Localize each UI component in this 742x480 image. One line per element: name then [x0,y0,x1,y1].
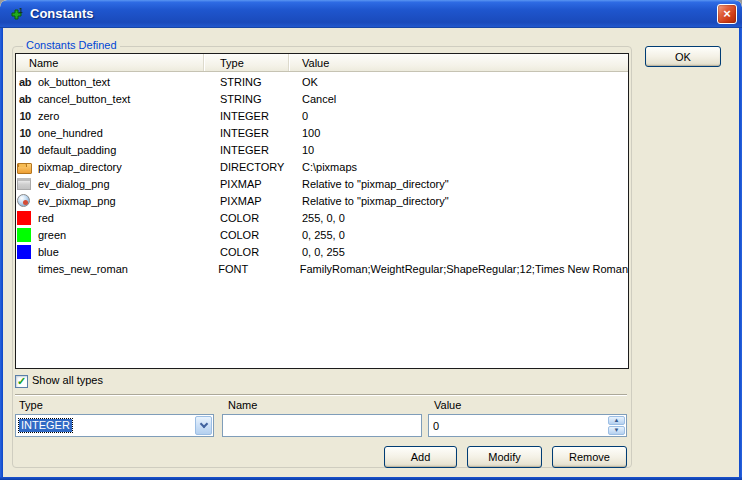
constant-value: 0, 0, 255 [289,246,628,258]
constant-name: cancel_button_text [38,93,130,105]
table-row[interactable]: ev_dialog_pngPIXMAPRelative to "pixmap_d… [16,175,628,192]
constant-name: times_new_roman [38,263,128,275]
list-header: Name Type Value [16,54,628,72]
constant-type: INTEGER [204,127,289,139]
constants-dialog: 1 Constants × OK Constants Defined Name … [0,0,742,480]
table-body: abok_button_textSTRINGOKabcancel_button_… [16,73,628,368]
app-icon: 1 [8,6,24,22]
constant-value: OK [289,76,628,88]
table-row[interactable]: abok_button_textSTRINGOK [16,73,628,90]
integer-icon: 10 [17,125,33,141]
constant-value: Relative to "pixmap_directory" [289,195,628,207]
folder-icon [17,163,32,174]
string-icon: ab [17,91,33,107]
color-swatch-icon [17,245,31,259]
constant-type: FONT [202,263,286,275]
value-spinbox[interactable]: ▲ ▼ [428,414,627,437]
dialog-pixmap-icon [17,178,31,190]
constant-value: FamilyRoman;WeightRegular;ShapeRegular;1… [287,263,628,275]
separator-line [15,394,627,396]
constant-name: pixmap_directory [38,161,122,173]
constants-list[interactable]: Name Type Value abok_button_textSTRINGOK… [15,53,629,369]
constant-type: PIXMAP [204,195,289,207]
integer-icon: 10 [17,108,33,124]
value-input[interactable] [429,415,605,436]
groupbox-label: Constants Defined [23,39,120,51]
window-border-left [0,28,3,480]
value-label: Value [434,399,461,411]
constant-name: blue [38,246,59,258]
chevron-down-icon[interactable] [195,416,212,435]
show-all-types-checkbox[interactable]: ✓ [15,375,28,388]
constant-type: INTEGER [204,110,289,122]
constant-name: red [38,212,54,224]
ok-button[interactable]: OK [645,46,721,67]
constant-type: STRING [204,76,289,88]
column-header-name[interactable]: Name [16,54,204,71]
constant-type: COLOR [204,246,289,258]
pixmap-icon [17,194,30,207]
table-row[interactable]: ev_pixmap_pngPIXMAPRelative to "pixmap_d… [16,192,628,209]
constant-value: 100 [289,127,628,139]
constant-type: DIRECTORY [204,161,289,173]
constant-value: C:\pixmaps [289,161,628,173]
remove-button[interactable]: Remove [552,446,627,468]
constant-name: one_hundred [38,127,103,139]
constant-type: INTEGER [204,144,289,156]
column-header-type[interactable]: Type [204,54,289,71]
constant-value: Relative to "pixmap_directory" [289,178,628,190]
constants-defined-group: Constants Defined Name Type Value abok_b… [12,46,632,468]
constant-type: COLOR [204,229,289,241]
constant-type: STRING [204,93,289,105]
integer-icon: 10 [17,142,33,158]
table-row[interactable]: times_new_romanFONTFamilyRoman;WeightReg… [16,260,628,277]
window-title: Constants [30,0,94,27]
table-row[interactable]: 10zeroINTEGER0 [16,107,628,124]
type-label: Type [19,399,43,411]
constant-type: PIXMAP [204,178,289,190]
constant-name: ok_button_text [38,76,110,88]
type-combobox-selected: INTEGER [19,419,72,432]
name-input[interactable] [222,414,422,437]
constant-value: 10 [289,144,628,156]
constant-name: zero [38,110,59,122]
titlebar[interactable]: 1 Constants × [0,0,742,28]
close-icon[interactable]: × [717,4,737,24]
table-row[interactable]: blueCOLOR0, 0, 255 [16,243,628,260]
column-header-value[interactable]: Value [289,54,628,71]
constant-name: ev_pixmap_png [38,195,116,207]
table-row[interactable]: 10default_paddingINTEGER10 [16,141,628,158]
spin-up-icon[interactable]: ▲ [608,416,625,425]
color-swatch-icon [17,211,31,225]
color-swatch-icon [17,228,31,242]
type-combobox[interactable]: INTEGER [15,414,214,437]
table-row[interactable]: abcancel_button_textSTRINGCancel [16,90,628,107]
string-icon: ab [17,74,33,90]
table-row[interactable]: greenCOLOR0, 255, 0 [16,226,628,243]
constant-name: default_padding [38,144,116,156]
constant-value: 0 [289,110,628,122]
add-button[interactable]: Add [384,446,457,468]
constant-value: Cancel [289,93,628,105]
modify-button[interactable]: Modify [467,446,542,468]
constant-type: COLOR [204,212,289,224]
constant-name: ev_dialog_png [38,178,110,190]
table-row[interactable]: pixmap_directoryDIRECTORYC:\pixmaps [16,158,628,175]
spin-down-icon[interactable]: ▼ [608,426,625,435]
svg-text:1: 1 [19,7,23,14]
show-all-types-label: Show all types [32,374,103,386]
constant-value: 255, 0, 0 [289,212,628,224]
name-label: Name [228,399,257,411]
constant-value: 0, 255, 0 [289,229,628,241]
table-row[interactable]: redCOLOR255, 0, 0 [16,209,628,226]
constant-name: green [38,229,66,241]
table-row[interactable]: 10one_hundredINTEGER100 [16,124,628,141]
